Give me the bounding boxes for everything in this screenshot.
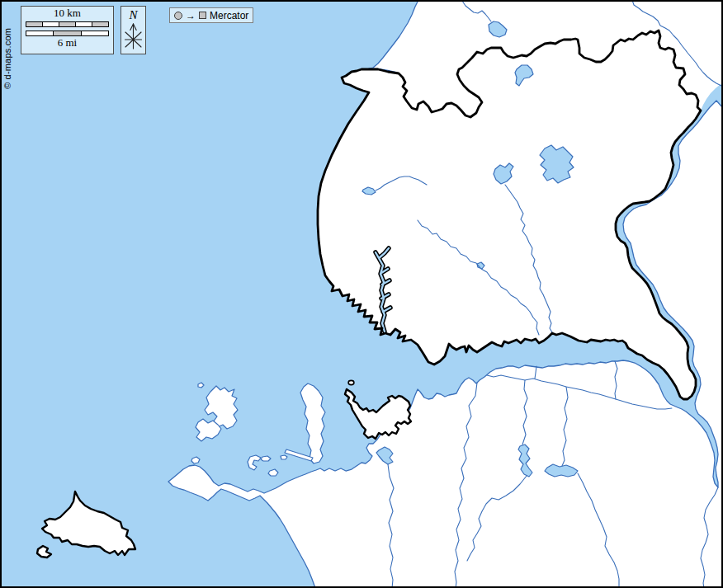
scale-bar-panel: 10 km 6 mi <box>21 6 114 54</box>
circle-icon <box>174 12 182 20</box>
compass-panel: N <box>120 6 146 54</box>
stream <box>388 464 394 588</box>
skerry <box>281 455 287 459</box>
stream <box>562 387 568 466</box>
stream <box>701 487 718 588</box>
stream <box>615 361 617 399</box>
islet <box>348 380 354 384</box>
scale-mi-label: 6 mi <box>21 37 113 49</box>
marsh-channel <box>487 375 672 409</box>
arrow-right-icon: → <box>186 11 196 21</box>
ria-inlet <box>376 248 390 332</box>
stream <box>462 1 491 21</box>
stream <box>455 383 477 588</box>
scale-segment <box>92 22 108 26</box>
copyright-credit: © d-maps.com <box>2 28 12 89</box>
scale-segment <box>26 22 42 26</box>
stream <box>376 176 427 191</box>
scale-segment <box>26 31 53 35</box>
pond <box>362 187 376 195</box>
scale-segment <box>42 22 59 26</box>
ribbon-lake <box>518 445 532 477</box>
scale-km-label: 10 km <box>21 7 113 20</box>
stream <box>535 366 536 379</box>
projection-panel: → Mercator <box>169 7 253 23</box>
lake <box>515 65 533 86</box>
lake <box>494 163 513 184</box>
stream <box>418 220 539 335</box>
stream <box>522 380 527 445</box>
streams <box>376 0 721 588</box>
river-mouth-pool <box>376 447 393 464</box>
islet <box>191 457 200 463</box>
scale-segment <box>59 22 75 26</box>
scale-bar-km <box>26 21 109 27</box>
north-star-arrow-icon <box>123 22 144 50</box>
scale-bar-mi <box>26 31 109 36</box>
square-icon <box>199 12 206 19</box>
scale-segment <box>53 31 80 35</box>
stream <box>632 0 721 86</box>
ribbon-lake <box>545 464 578 477</box>
outline-map-canvas <box>0 0 723 588</box>
stream <box>467 476 527 561</box>
scale-segment <box>75 22 92 26</box>
scale-segment <box>81 31 108 35</box>
lake <box>540 145 574 183</box>
lake <box>489 21 507 37</box>
sea-water <box>0 0 723 588</box>
north-label: N <box>121 8 145 22</box>
projection-name: Mercator <box>210 10 248 21</box>
stream <box>578 473 619 588</box>
